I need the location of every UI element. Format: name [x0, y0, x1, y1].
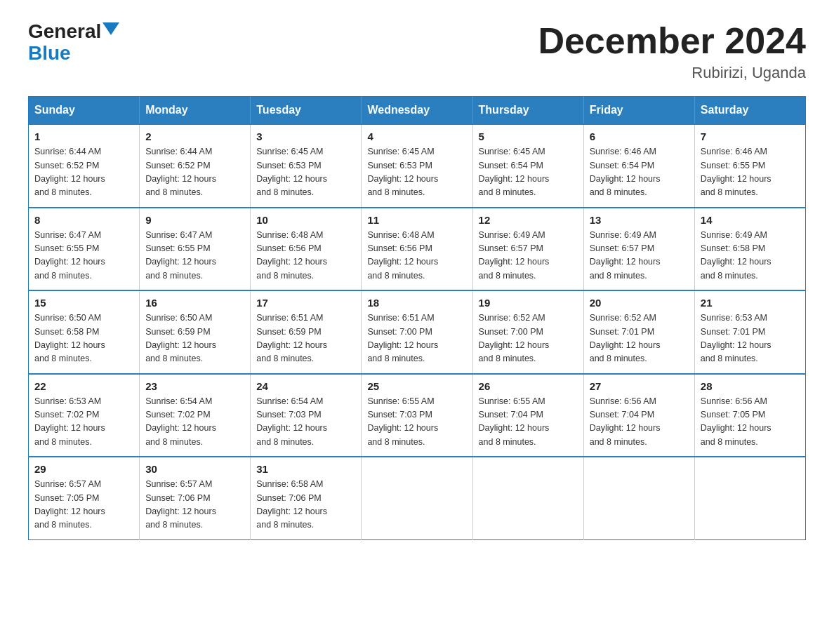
day-number: 19 — [479, 297, 578, 309]
calendar-cell: 26 Sunrise: 6:55 AM Sunset: 7:04 PM Dayl… — [472, 374, 583, 457]
day-info: Sunrise: 6:49 AM Sunset: 6:57 PM Dayligh… — [590, 229, 689, 283]
calendar-week-row: 1 Sunrise: 6:44 AM Sunset: 6:52 PM Dayli… — [29, 124, 806, 208]
day-info: Sunrise: 6:48 AM Sunset: 6:56 PM Dayligh… — [256, 229, 355, 283]
calendar-cell: 7 Sunrise: 6:46 AM Sunset: 6:55 PM Dayli… — [694, 124, 805, 208]
calendar-cell: 5 Sunrise: 6:45 AM Sunset: 6:54 PM Dayli… — [472, 124, 583, 208]
logo-triangle-icon — [102, 22, 119, 35]
day-number: 25 — [367, 380, 466, 392]
calendar-cell: 30 Sunrise: 6:57 AM Sunset: 7:06 PM Dayl… — [140, 457, 251, 539]
day-number: 22 — [34, 380, 133, 392]
calendar-cell: 20 Sunrise: 6:52 AM Sunset: 7:01 PM Dayl… — [583, 290, 694, 374]
logo: General Blue — [28, 21, 119, 65]
day-number: 23 — [145, 380, 244, 392]
day-info: Sunrise: 6:46 AM Sunset: 6:55 PM Dayligh… — [701, 145, 800, 200]
calendar-week-row: 8 Sunrise: 6:47 AM Sunset: 6:55 PM Dayli… — [29, 208, 806, 291]
calendar-cell: 16 Sunrise: 6:50 AM Sunset: 6:59 PM Dayl… — [140, 290, 251, 374]
calendar-cell: 11 Sunrise: 6:48 AM Sunset: 6:56 PM Dayl… — [362, 208, 472, 291]
day-number: 10 — [256, 214, 355, 226]
day-info: Sunrise: 6:46 AM Sunset: 6:54 PM Dayligh… — [590, 145, 689, 200]
col-friday: Friday — [583, 97, 694, 125]
title-area: December 2024 Rubirizi, Uganda — [538, 21, 806, 82]
day-info: Sunrise: 6:47 AM Sunset: 6:55 PM Dayligh… — [145, 229, 244, 283]
calendar-cell: 25 Sunrise: 6:55 AM Sunset: 7:03 PM Dayl… — [362, 374, 472, 457]
day-info: Sunrise: 6:55 AM Sunset: 7:04 PM Dayligh… — [479, 395, 578, 450]
calendar-cell: 28 Sunrise: 6:56 AM Sunset: 7:05 PM Dayl… — [694, 374, 805, 457]
calendar-week-row: 22 Sunrise: 6:53 AM Sunset: 7:02 PM Dayl… — [29, 374, 806, 457]
day-number: 11 — [367, 214, 466, 226]
page-header: General Blue December 2024 Rubirizi, Uga… — [28, 21, 806, 82]
day-number: 14 — [701, 214, 800, 226]
day-info: Sunrise: 6:56 AM Sunset: 7:04 PM Dayligh… — [590, 395, 689, 450]
calendar-cell: 3 Sunrise: 6:45 AM Sunset: 6:53 PM Dayli… — [251, 124, 362, 208]
month-title: December 2024 — [538, 21, 806, 61]
day-number: 28 — [701, 380, 800, 392]
day-info: Sunrise: 6:49 AM Sunset: 6:58 PM Dayligh… — [701, 229, 800, 283]
col-saturday: Saturday — [694, 97, 805, 125]
calendar-cell: 18 Sunrise: 6:51 AM Sunset: 7:00 PM Dayl… — [362, 290, 472, 374]
day-number: 26 — [479, 380, 578, 392]
calendar-cell: 21 Sunrise: 6:53 AM Sunset: 7:01 PM Dayl… — [694, 290, 805, 374]
calendar-cell: 4 Sunrise: 6:45 AM Sunset: 6:53 PM Dayli… — [362, 124, 472, 208]
day-info: Sunrise: 6:55 AM Sunset: 7:03 PM Dayligh… — [367, 395, 466, 450]
day-number: 15 — [34, 297, 133, 309]
calendar-cell: 23 Sunrise: 6:54 AM Sunset: 7:02 PM Dayl… — [140, 374, 251, 457]
day-info: Sunrise: 6:57 AM Sunset: 7:06 PM Dayligh… — [145, 478, 244, 532]
day-number: 4 — [367, 130, 466, 142]
calendar-cell: 14 Sunrise: 6:49 AM Sunset: 6:58 PM Dayl… — [694, 208, 805, 291]
day-number: 27 — [590, 380, 689, 392]
day-number: 7 — [701, 130, 800, 142]
calendar-cell: 22 Sunrise: 6:53 AM Sunset: 7:02 PM Dayl… — [29, 374, 140, 457]
day-info: Sunrise: 6:50 AM Sunset: 6:58 PM Dayligh… — [34, 311, 133, 366]
day-number: 3 — [256, 130, 355, 142]
calendar-cell: 10 Sunrise: 6:48 AM Sunset: 6:56 PM Dayl… — [251, 208, 362, 291]
day-number: 5 — [479, 130, 578, 142]
col-wednesday: Wednesday — [362, 97, 472, 125]
day-number: 6 — [590, 130, 689, 142]
calendar-cell: 27 Sunrise: 6:56 AM Sunset: 7:04 PM Dayl… — [583, 374, 694, 457]
day-info: Sunrise: 6:54 AM Sunset: 7:03 PM Dayligh… — [256, 395, 355, 450]
calendar-cell — [583, 457, 694, 539]
day-info: Sunrise: 6:49 AM Sunset: 6:57 PM Dayligh… — [479, 229, 578, 283]
calendar-cell: 15 Sunrise: 6:50 AM Sunset: 6:58 PM Dayl… — [29, 290, 140, 374]
col-thursday: Thursday — [472, 97, 583, 125]
calendar-cell: 1 Sunrise: 6:44 AM Sunset: 6:52 PM Dayli… — [29, 124, 140, 208]
day-number: 12 — [479, 214, 578, 226]
logo-general-text: General — [28, 21, 101, 43]
day-number: 2 — [145, 130, 244, 142]
day-info: Sunrise: 6:47 AM Sunset: 6:55 PM Dayligh… — [34, 229, 133, 283]
day-info: Sunrise: 6:45 AM Sunset: 6:54 PM Dayligh… — [479, 145, 578, 200]
day-number: 13 — [590, 214, 689, 226]
logo-blue-text: Blue — [28, 43, 71, 65]
day-number: 18 — [367, 297, 466, 309]
day-info: Sunrise: 6:51 AM Sunset: 7:00 PM Dayligh… — [367, 311, 466, 366]
day-info: Sunrise: 6:53 AM Sunset: 7:02 PM Dayligh… — [34, 395, 133, 450]
day-info: Sunrise: 6:44 AM Sunset: 6:52 PM Dayligh… — [145, 145, 244, 200]
calendar-cell: 19 Sunrise: 6:52 AM Sunset: 7:00 PM Dayl… — [472, 290, 583, 374]
day-number: 9 — [145, 214, 244, 226]
calendar-cell: 12 Sunrise: 6:49 AM Sunset: 6:57 PM Dayl… — [472, 208, 583, 291]
calendar-cell — [362, 457, 472, 539]
calendar-cell — [472, 457, 583, 539]
day-info: Sunrise: 6:50 AM Sunset: 6:59 PM Dayligh… — [145, 311, 244, 366]
day-info: Sunrise: 6:58 AM Sunset: 7:06 PM Dayligh… — [256, 478, 355, 532]
day-info: Sunrise: 6:57 AM Sunset: 7:05 PM Dayligh… — [34, 478, 133, 532]
location-subtitle: Rubirizi, Uganda — [538, 64, 806, 82]
day-info: Sunrise: 6:45 AM Sunset: 6:53 PM Dayligh… — [367, 145, 466, 200]
day-number: 24 — [256, 380, 355, 392]
calendar-cell: 17 Sunrise: 6:51 AM Sunset: 6:59 PM Dayl… — [251, 290, 362, 374]
calendar-week-row: 15 Sunrise: 6:50 AM Sunset: 6:58 PM Dayl… — [29, 290, 806, 374]
calendar-cell: 2 Sunrise: 6:44 AM Sunset: 6:52 PM Dayli… — [140, 124, 251, 208]
day-info: Sunrise: 6:48 AM Sunset: 6:56 PM Dayligh… — [367, 229, 466, 283]
calendar-cell: 9 Sunrise: 6:47 AM Sunset: 6:55 PM Dayli… — [140, 208, 251, 291]
calendar-cell: 8 Sunrise: 6:47 AM Sunset: 6:55 PM Dayli… — [29, 208, 140, 291]
day-info: Sunrise: 6:56 AM Sunset: 7:05 PM Dayligh… — [701, 395, 800, 450]
calendar-cell: 31 Sunrise: 6:58 AM Sunset: 7:06 PM Dayl… — [251, 457, 362, 539]
calendar-table: Sunday Monday Tuesday Wednesday Thursday… — [28, 96, 806, 540]
col-monday: Monday — [140, 97, 251, 125]
day-number: 20 — [590, 297, 689, 309]
calendar-header-row: Sunday Monday Tuesday Wednesday Thursday… — [29, 97, 806, 125]
calendar-cell — [694, 457, 805, 539]
day-info: Sunrise: 6:54 AM Sunset: 7:02 PM Dayligh… — [145, 395, 244, 450]
calendar-cell: 6 Sunrise: 6:46 AM Sunset: 6:54 PM Dayli… — [583, 124, 694, 208]
day-number: 8 — [34, 214, 133, 226]
